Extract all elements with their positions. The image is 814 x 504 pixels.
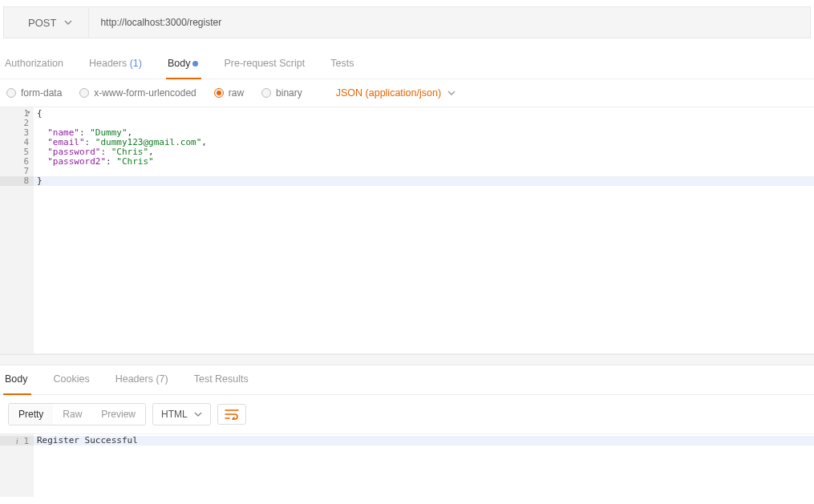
- tab-headers[interactable]: Headers (1): [89, 50, 153, 79]
- fold-icon[interactable]: ▾: [26, 108, 30, 116]
- resp-tab-testresults[interactable]: Test Results: [194, 365, 260, 394]
- request-body-editor[interactable]: 1 2 3 4 5 6 7 8 ▾ { "name": "Dummy", "em…: [0, 107, 814, 354]
- panel-divider[interactable]: [0, 354, 814, 365]
- response-code[interactable]: Register Successful: [34, 434, 814, 497]
- method-label: POST: [28, 17, 56, 29]
- line-gutter: 1 2 3 4 5 6 7 8: [0, 107, 34, 353]
- content-type-dropdown[interactable]: JSON (application/json): [336, 87, 456, 99]
- info-icon: i: [10, 436, 18, 446]
- pretty-button[interactable]: Pretty: [9, 404, 53, 425]
- response-gutter: i 1: [0, 434, 34, 497]
- response-body: i 1 Register Successful: [0, 434, 814, 497]
- code-area[interactable]: ▾ { "name": "Dummy", "email": "dummy123@…: [34, 107, 814, 353]
- tab-body[interactable]: Body: [168, 50, 210, 79]
- url-input[interactable]: [89, 7, 810, 38]
- tab-tests[interactable]: Tests: [330, 50, 365, 79]
- resp-tab-body[interactable]: Body: [5, 365, 39, 394]
- body-options: form-data x-www-form-urlencoded raw bina…: [0, 79, 814, 107]
- radio-raw[interactable]: raw: [214, 87, 244, 99]
- resp-tab-cookies[interactable]: Cookies: [54, 365, 101, 394]
- chevron-down-icon: [447, 91, 456, 95]
- wrap-lines-button[interactable]: [217, 404, 246, 425]
- preview-button[interactable]: Preview: [91, 404, 145, 425]
- resp-tab-headers[interactable]: Headers (7): [115, 365, 180, 394]
- format-dropdown[interactable]: HTML: [152, 403, 211, 425]
- wrap-icon: [225, 409, 239, 420]
- raw-button[interactable]: Raw: [53, 404, 91, 425]
- tab-prerequest[interactable]: Pre-request Script: [224, 50, 316, 79]
- view-mode-segment: Pretty Raw Preview: [8, 403, 146, 425]
- modified-dot-icon: [192, 61, 198, 67]
- method-dropdown[interactable]: POST: [4, 7, 89, 38]
- tab-authorization[interactable]: Authorization: [5, 50, 75, 79]
- response-tabs: Body Cookies Headers (7) Test Results: [0, 365, 814, 395]
- request-tabs: Authorization Headers (1) Body Pre-reque…: [0, 50, 814, 79]
- radio-binary[interactable]: binary: [261, 87, 302, 99]
- radio-urlencoded[interactable]: x-www-form-urlencoded: [79, 87, 196, 99]
- radio-formdata[interactable]: form-data: [6, 87, 62, 99]
- chevron-down-icon: [194, 412, 202, 417]
- chevron-down-icon: [64, 20, 72, 25]
- response-toolbar: Pretty Raw Preview HTML: [0, 395, 814, 434]
